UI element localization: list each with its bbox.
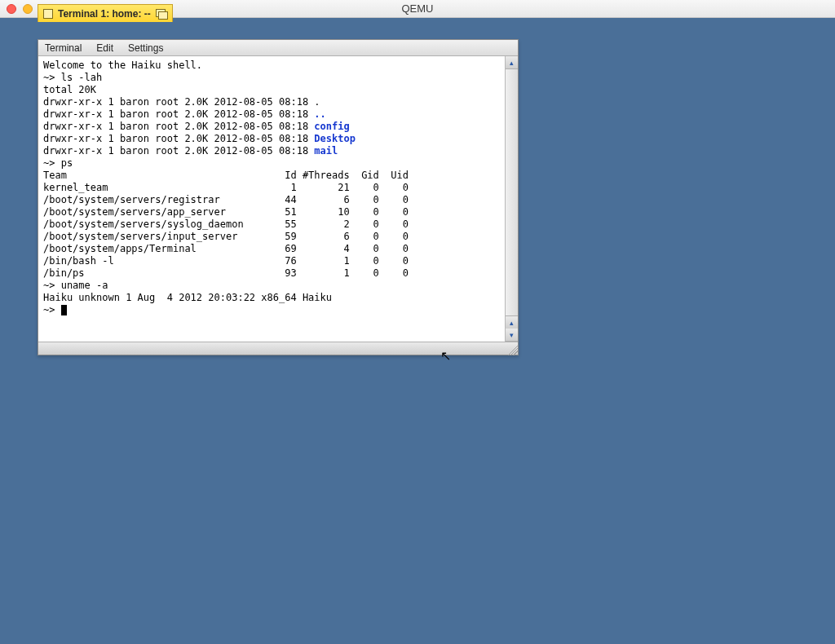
tab-stack-icon[interactable] [156, 9, 167, 19]
menu-settings[interactable]: Settings [128, 42, 163, 54]
close-icon[interactable] [7, 4, 16, 14]
terminal-window: Terminal 1: home: -- Terminal Edit Setti… [38, 39, 519, 355]
scrollbar-track[interactable] [506, 69, 518, 315]
resize-handle-icon[interactable] [505, 342, 518, 355]
scroll-down-icon[interactable]: ▾ [506, 329, 518, 342]
window-tab-title: Terminal 1: home: -- [58, 8, 151, 20]
menu-edit[interactable]: Edit [96, 42, 113, 54]
terminal-cursor [61, 305, 67, 315]
host-window-title: QEMU [402, 2, 434, 15]
scroll-up2-icon[interactable]: ▴ [506, 315, 518, 329]
tab-close-icon[interactable] [43, 9, 53, 19]
menu-terminal[interactable]: Terminal [45, 42, 82, 54]
terminal-output[interactable]: Welcome to the Haiku shell.~> ls -lahtot… [38, 56, 505, 342]
scroll-up-icon[interactable]: ▴ [506, 56, 518, 69]
menu-bar: Terminal Edit Settings [38, 40, 518, 56]
window-footer [38, 342, 518, 355]
desktop-background: Terminal 1: home: -- Terminal Edit Setti… [0, 18, 835, 644]
vertical-scrollbar[interactable]: ▴ ▴ ▾ [505, 56, 518, 342]
window-tab[interactable]: Terminal 1: home: -- [38, 4, 173, 22]
minimize-icon[interactable] [23, 4, 33, 14]
